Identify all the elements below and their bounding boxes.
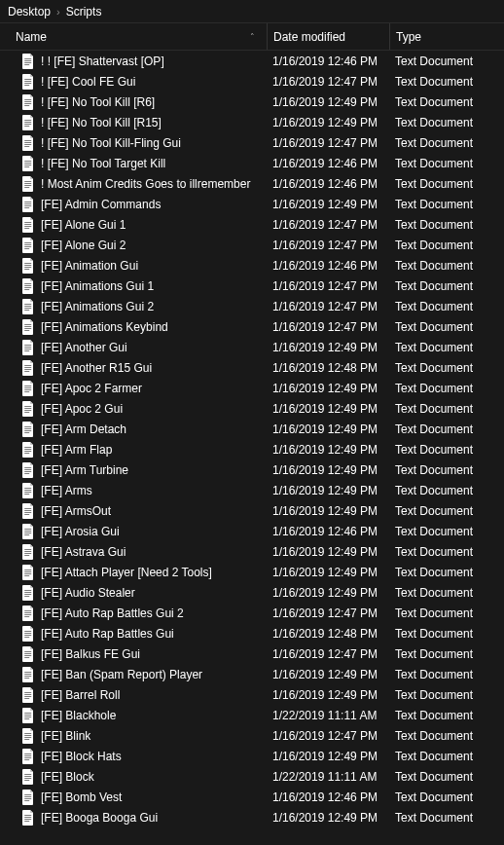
table-row[interactable]: [FE] Audio Stealer1/16/2019 12:49 PMText… [0,582,504,603]
table-row[interactable]: [FE] Balkus FE Gui1/16/2019 12:47 PMText… [0,643,504,664]
svg-rect-76 [24,447,31,448]
file-name-label: [FE] Animations Gui 2 [41,300,154,313]
table-row[interactable]: [FE] Arm Detach1/16/2019 12:49 PMText Do… [0,419,504,439]
file-name-cell[interactable]: [FE] Arosia Gui [0,524,267,539]
file-name-cell[interactable]: [FE] Arm Flap [0,442,267,458]
file-name-cell[interactable]: [FE] Arm Detach [0,422,267,437]
file-name-label: [FE] Block Hats [41,750,122,763]
file-name-cell[interactable]: ! [FE] No Tool Target Kill [0,156,267,171]
file-name-cell[interactable]: [FE] Animations Gui 2 [0,299,267,314]
file-name-cell[interactable]: [FE] Auto Rap Battles Gui 2 [0,606,267,621]
file-name-cell[interactable]: [FE] Bomb Vest [0,790,267,805]
file-name-cell[interactable]: ! [FE] No Tool Kill [R15] [0,115,267,130]
svg-rect-18 [24,144,31,145]
file-name-cell[interactable]: [FE] Admin Commands [0,197,267,212]
table-row[interactable]: [FE] Alone Gui 21/16/2019 12:47 PMText D… [0,235,504,255]
table-row[interactable]: [FE] Alone Gui 11/16/2019 12:47 PMText D… [0,214,504,235]
file-name-cell[interactable]: [FE] Booga Booga Gui [0,810,267,826]
file-name-cell[interactable]: [FE] Alone Gui 2 [0,238,267,253]
file-name-cell[interactable]: [FE] Another R15 Gui [0,360,267,376]
file-name-cell[interactable]: [FE] Audio Stealer [0,585,267,601]
table-row[interactable]: [FE] Auto Rap Battles Gui1/16/2019 12:48… [0,623,504,643]
file-name-cell[interactable]: ! [FE] No Tool Kill-Fling Gui [0,135,267,151]
table-row[interactable]: [FE] Auto Rap Battles Gui 21/16/2019 12:… [0,603,504,623]
file-name-label: ! [FE] No Tool Kill [R6] [41,95,155,109]
breadcrumb-item-desktop[interactable]: Desktop [8,5,51,18]
file-name-label: [FE] Attach Player [Need 2 Tools] [41,566,212,579]
file-name-cell[interactable]: [FE] Animations Gui 1 [0,278,267,294]
table-row[interactable]: [FE] Animations Gui 11/16/2019 12:47 PMT… [0,276,504,296]
breadcrumb[interactable]: Desktop › Scripts [0,0,504,23]
file-name-cell[interactable]: [FE] ArmsOut [0,503,267,519]
table-row[interactable]: [FE] Attach Player [Need 2 Tools]1/16/20… [0,562,504,582]
file-name-cell[interactable]: [FE] Block Hats [0,749,267,764]
file-name-cell[interactable]: ! Most Anim Credits Goes to illremember [0,176,267,192]
table-row[interactable]: [FE] Animations Keybind1/16/2019 12:47 P… [0,316,504,337]
file-name-cell[interactable]: [FE] Another Gui [0,340,267,355]
file-name-cell[interactable]: [FE] Barrel Roll [0,687,267,703]
table-row[interactable]: [FE] Ban (Spam Report) Player1/16/2019 1… [0,664,504,684]
table-row[interactable]: [FE] Arosia Gui1/16/2019 12:46 PMText Do… [0,521,504,541]
svg-rect-67 [24,391,29,392]
file-name-cell[interactable]: ! ! [FE] Shattervast [OP] [0,54,267,69]
table-row[interactable]: [FE] Arms1/16/2019 12:49 PMText Document [0,480,504,500]
file-name-cell[interactable]: ! [FE] No Tool Kill [R6] [0,94,267,110]
table-row[interactable]: [FE] Booga Booga Gui1/16/2019 12:49 PMTe… [0,807,504,827]
file-name-cell[interactable]: [FE] Ban (Spam Report) Player [0,667,267,682]
file-name-cell[interactable]: [FE] Attach Player [Need 2 Tools] [0,565,267,580]
table-row[interactable]: [FE] Barrel Roll1/16/2019 12:49 PMText D… [0,684,504,705]
svg-rect-40 [24,263,31,264]
file-name-cell[interactable]: [FE] Block [0,769,267,785]
file-name-cell[interactable]: [FE] Animations Keybind [0,319,267,335]
table-row[interactable]: [FE] ArmsOut1/16/2019 12:49 PMText Docum… [0,500,504,521]
table-row[interactable]: [FE] Apoc 2 Gui1/16/2019 12:49 PMText Do… [0,398,504,419]
table-row[interactable]: ! [FE] No Tool Kill [R6]1/16/2019 12:49 … [0,92,504,112]
text-document-icon [21,687,35,703]
file-name-cell[interactable]: [FE] Arms [0,483,267,498]
file-name-cell[interactable]: [FE] Arm Turbine [0,462,267,478]
file-name-cell[interactable]: [FE] Animation Gui [0,258,267,274]
table-row[interactable]: [FE] Block Hats1/16/2019 12:49 PMText Do… [0,746,504,766]
file-list[interactable]: ! ! [FE] Shattervast [OP]1/16/2019 12:46… [0,51,504,845]
table-row[interactable]: [FE] Another R15 Gui1/16/2019 12:48 PMTe… [0,357,504,378]
table-row[interactable]: ! [FE] No Tool Target Kill1/16/2019 12:4… [0,153,504,173]
breadcrumb-item-scripts[interactable]: Scripts [66,5,102,18]
file-name-cell[interactable]: [FE] Blink [0,728,267,744]
column-header-name[interactable]: Name ˄ [0,23,267,50]
file-name-label: [FE] Audio Stealer [41,586,135,600]
file-name-cell[interactable]: [FE] Auto Rap Battles Gui [0,626,267,642]
table-row[interactable]: ! [FE] No Tool Kill-Fling Gui1/16/2019 1… [0,132,504,153]
file-type-cell: Text Document [389,419,504,439]
file-name-cell[interactable]: ! [FE] Cool FE Gui [0,74,267,90]
table-row[interactable]: [FE] Arm Flap1/16/2019 12:49 PMText Docu… [0,439,504,459]
file-name-cell[interactable]: [FE] Apoc 2 Farmer [0,381,267,396]
table-row[interactable]: [FE] Animation Gui1/16/2019 12:46 PMText… [0,255,504,276]
file-name-cell[interactable]: [FE] Balkus FE Gui [0,646,267,662]
text-document-icon [21,646,35,662]
table-row[interactable]: [FE] Bomb Vest1/16/2019 12:46 PMText Doc… [0,787,504,807]
table-row[interactable]: [FE] Animations Gui 21/16/2019 12:47 PMT… [0,296,504,316]
file-date-cell: 1/16/2019 12:46 PM [267,153,389,173]
file-name-cell[interactable]: [FE] Alone Gui 1 [0,217,267,233]
file-date-cell: 1/16/2019 12:47 PM [267,276,389,296]
table-row[interactable]: [FE] Admin Commands1/16/2019 12:49 PMTex… [0,194,504,214]
table-row[interactable]: ! [FE] No Tool Kill [R15]1/16/2019 12:49… [0,112,504,132]
text-document-icon [21,197,35,212]
table-row[interactable]: ! [FE] Cool FE Gui1/16/2019 12:47 PMText… [0,71,504,92]
table-row[interactable]: [FE] Apoc 2 Farmer1/16/2019 12:49 PMText… [0,378,504,398]
file-name-cell[interactable]: [FE] Astrava Gui [0,544,267,560]
svg-rect-82 [24,471,31,472]
file-name-cell[interactable]: [FE] Blackhole [0,708,267,723]
table-row[interactable]: [FE] Astrava Gui1/16/2019 12:49 PMText D… [0,541,504,562]
table-row[interactable]: [FE] Block1/22/2019 11:11 AMText Documen… [0,766,504,787]
column-header-date[interactable]: Date modified [267,23,389,50]
svg-rect-42 [24,267,31,268]
column-header-type[interactable]: Type [389,23,504,50]
table-row[interactable]: [FE] Another Gui1/16/2019 12:49 PMText D… [0,337,504,357]
file-name-cell[interactable]: [FE] Apoc 2 Gui [0,401,267,417]
table-row[interactable]: [FE] Blink1/16/2019 12:47 PMText Documen… [0,725,504,746]
table-row[interactable]: [FE] Arm Turbine1/16/2019 12:49 PMText D… [0,459,504,480]
table-row[interactable]: ! Most Anim Credits Goes to illremember1… [0,173,504,194]
table-row[interactable]: ! ! [FE] Shattervast [OP]1/16/2019 12:46… [0,51,504,71]
table-row[interactable]: [FE] Blackhole1/22/2019 11:11 AMText Doc… [0,705,504,725]
